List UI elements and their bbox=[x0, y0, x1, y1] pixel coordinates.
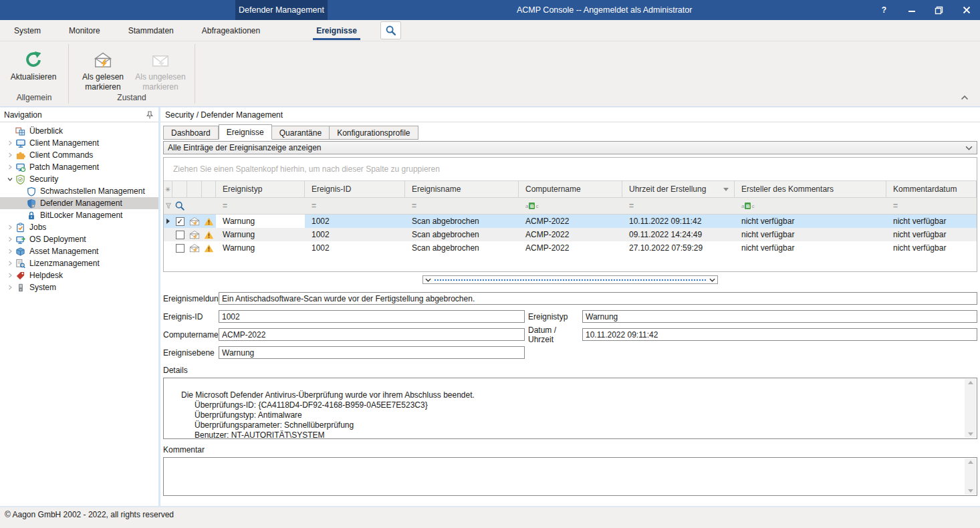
table-row[interactable]: Warnung 1002 Scan abgebrochen ACMP-2022 … bbox=[164, 228, 977, 241]
menu-item-stammdaten[interactable]: Stammdaten bbox=[114, 20, 188, 41]
filter-uhrzeit[interactable]: = bbox=[622, 198, 735, 214]
details-textbox[interactable]: Die Microsoft Defender Antivirus-Überprü… bbox=[163, 378, 977, 439]
close-button[interactable] bbox=[953, 0, 980, 20]
group-by-hint[interactable]: Ziehen Sie einen Spaltenkopf hierhin, um… bbox=[164, 158, 977, 180]
tab-quarantaene[interactable]: Quarantäne bbox=[272, 126, 330, 140]
nav-item-schwachstellen-management[interactable]: Schwachstellen Management bbox=[0, 185, 158, 197]
column-header-computername[interactable]: Computername bbox=[519, 181, 622, 197]
details-scrollbar[interactable] bbox=[965, 379, 976, 438]
menu-item-ereignisse[interactable]: Ereignisse bbox=[302, 20, 371, 41]
breadcrumb: Security / Defender Management bbox=[160, 108, 980, 122]
column-header-ereignisname[interactable]: Ereignisname bbox=[405, 181, 519, 197]
cell-ereignisname: Scan abgebrochen bbox=[405, 241, 519, 255]
filter-search-cell[interactable] bbox=[172, 198, 187, 214]
client-management-icon bbox=[15, 138, 26, 148]
search-button[interactable] bbox=[380, 21, 401, 39]
nav-item-ueberblick[interactable]: Überblick bbox=[0, 125, 158, 137]
minimize-button[interactable] bbox=[898, 0, 925, 20]
document-tab-label: Defender Management bbox=[239, 5, 324, 15]
nav-item-patch-management[interactable]: Patch Management bbox=[0, 161, 158, 173]
detail-splitter[interactable] bbox=[422, 275, 718, 284]
restore-button[interactable] bbox=[925, 0, 953, 20]
pin-icon[interactable] bbox=[145, 110, 154, 120]
row-checkbox[interactable] bbox=[176, 231, 185, 239]
nav-item-client-commands[interactable]: Client Commands bbox=[0, 149, 158, 161]
column-header-ersteller[interactable]: Ersteller des Kommentars bbox=[735, 181, 886, 197]
header-severity-column[interactable] bbox=[202, 181, 216, 197]
filter-ereignistyp[interactable]: = bbox=[216, 198, 305, 214]
cell-ereignis-id: 1002 bbox=[305, 241, 405, 255]
navigation-panel: Navigation Überblick Client Management bbox=[0, 107, 158, 506]
nav-item-client-management[interactable]: Client Management bbox=[0, 137, 158, 149]
filter-ersteller[interactable]: aBc bbox=[735, 198, 886, 214]
kommentar-scrollbar[interactable] bbox=[965, 458, 976, 495]
events-grid: Ziehen Sie einen Spaltenkopf hierhin, um… bbox=[163, 157, 977, 272]
datum-uhrzeit-field[interactable] bbox=[582, 328, 977, 341]
tab-konfigurationsprofile[interactable]: Konfigurationsprofile bbox=[330, 126, 418, 140]
nav-item-jobs[interactable]: Jobs bbox=[0, 221, 158, 233]
filter-computername[interactable]: aBc bbox=[519, 198, 622, 214]
table-row[interactable]: Warnung 1002 Scan abgebrochen ACMP-2022 … bbox=[164, 241, 977, 255]
scroll-down-icon bbox=[968, 432, 973, 436]
mark-read-label: Als gelesen markieren bbox=[74, 72, 132, 92]
mark-read-button[interactable]: Als gelesen markieren bbox=[74, 47, 132, 92]
refresh-button[interactable]: Aktualisieren bbox=[0, 47, 67, 82]
nav-item-security[interactable]: Security bbox=[0, 173, 158, 185]
computername-field[interactable] bbox=[219, 328, 525, 341]
column-header-ereignis-id[interactable]: Ereignis-ID bbox=[305, 181, 405, 197]
warning-icon bbox=[204, 231, 214, 239]
event-filter-dropdown[interactable]: Alle Einträge der Ereignisanzeige anzeig… bbox=[163, 141, 977, 154]
row-checkbox[interactable] bbox=[176, 244, 185, 253]
kommentar-textarea[interactable] bbox=[163, 457, 977, 496]
sort-descending-icon bbox=[723, 188, 729, 191]
column-header-ereignistyp[interactable]: Ereignistyp bbox=[216, 181, 305, 197]
table-row[interactable]: ✓ Warnung 1002 Scan abgebrochen ACMP-202… bbox=[164, 215, 977, 228]
filter-ereignisname[interactable]: = bbox=[405, 198, 519, 214]
mark-unread-button[interactable]: Als ungelesen markieren bbox=[132, 47, 189, 92]
ereignis-id-field[interactable] bbox=[219, 310, 525, 323]
menu-item-system[interactable]: System bbox=[0, 20, 55, 41]
filter-ereignis-id[interactable]: = bbox=[305, 198, 405, 214]
datum-uhrzeit-label: Datum / Uhrzeit bbox=[525, 325, 582, 344]
cell-ereignis-id: 1002 bbox=[305, 215, 405, 228]
tab-ereignisse[interactable]: Ereignisse bbox=[219, 124, 272, 140]
cell-ereignistyp: Warnung bbox=[216, 215, 305, 228]
nav-item-helpdesk[interactable]: Helpdesk bbox=[0, 269, 158, 281]
main-panel: Security / Defender Management Dashboard… bbox=[160, 107, 980, 506]
cell-kommentardatum: nicht verfügbar bbox=[886, 215, 977, 228]
nav-item-system[interactable]: System bbox=[0, 281, 158, 293]
menu-item-monitore[interactable]: Monitore bbox=[55, 20, 114, 41]
cell-ersteller: nicht verfügbar bbox=[735, 215, 886, 228]
tabstrip: Dashboard Ereignisse Quarantäne Konfigur… bbox=[163, 124, 977, 140]
titlebar: Defender Management ACMP Console -- Ange… bbox=[0, 0, 980, 20]
mark-unread-label: Als ungelesen markieren bbox=[132, 72, 189, 92]
nav-item-defender-management[interactable]: Defender Management bbox=[0, 197, 158, 209]
ereignistyp-field[interactable] bbox=[582, 310, 977, 323]
nav-item-asset-management[interactable]: Asset Management bbox=[0, 245, 158, 257]
filter-kommentardatum[interactable]: = bbox=[886, 198, 977, 214]
column-header-kommentardatum[interactable]: Kommentardatum bbox=[886, 181, 977, 197]
header-read-column[interactable] bbox=[187, 181, 202, 197]
menu-item-abfrageaktionen[interactable]: Abfrageaktionen bbox=[188, 20, 274, 41]
ereignistyp-label: Ereignistyp bbox=[525, 312, 582, 321]
client-commands-icon bbox=[15, 150, 26, 160]
help-button[interactable]: ? bbox=[870, 0, 898, 20]
read-envelope-icon bbox=[189, 243, 201, 253]
collapse-ribbon-button[interactable] bbox=[956, 92, 973, 104]
nav-item-lizenzmanagement[interactable]: Lizenzmanagement bbox=[0, 257, 158, 269]
license-management-icon bbox=[15, 258, 26, 269]
nav-item-bitlocker-management[interactable]: BitLocker Management bbox=[0, 209, 158, 221]
row-checkbox[interactable]: ✓ bbox=[176, 217, 185, 226]
search-icon bbox=[174, 201, 185, 211]
document-tab[interactable]: Defender Management bbox=[235, 0, 328, 20]
header-checkbox-column[interactable] bbox=[172, 181, 187, 197]
copyright-text: © Aagon GmbH 2002 - 2022, all rights res… bbox=[5, 510, 174, 519]
nav-item-os-deployment[interactable]: OS Deployment bbox=[0, 233, 158, 245]
tab-dashboard[interactable]: Dashboard bbox=[163, 126, 219, 140]
ribbon-group-zustand: Zustand bbox=[69, 93, 195, 106]
ereignismeldung-field[interactable] bbox=[219, 292, 977, 305]
focused-row-icon bbox=[166, 219, 170, 224]
bitlocker-lock-icon bbox=[25, 210, 37, 221]
ereignisebene-field[interactable] bbox=[219, 346, 525, 359]
column-header-uhrzeit[interactable]: Uhrzeit der Erstellung bbox=[622, 181, 735, 197]
